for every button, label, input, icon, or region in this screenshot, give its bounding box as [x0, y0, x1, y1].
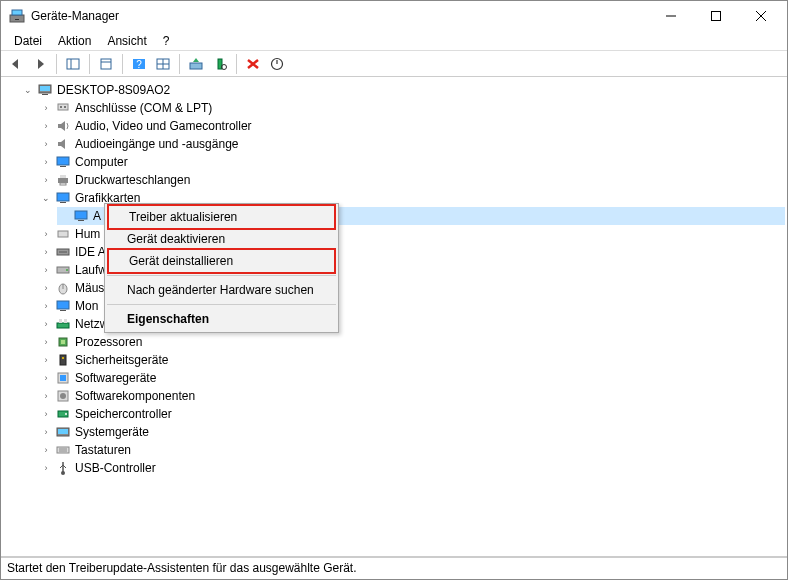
app-icon: [9, 8, 25, 24]
security-icon: [55, 352, 71, 368]
expand-icon[interactable]: ›: [39, 101, 53, 115]
toolbar-separator: [122, 54, 123, 74]
printer-icon: [55, 172, 71, 188]
expand-icon[interactable]: ›: [39, 461, 53, 475]
tree-item-label: Audio, Video und Gamecontroller: [75, 117, 252, 135]
svg-rect-29: [60, 166, 66, 167]
uninstall-button[interactable]: [242, 53, 264, 75]
tree-item-software-devices[interactable]: ›Softwaregeräte: [39, 369, 785, 387]
expand-icon[interactable]: ›: [39, 227, 53, 241]
display-adapter-icon: [55, 190, 71, 206]
svg-rect-61: [57, 447, 69, 453]
keyboard-icon: [55, 442, 71, 458]
tree-item-storage[interactable]: ›Speichercontroller: [39, 405, 785, 423]
tree-item-audio-video[interactable]: ›Audio, Video und Gamecontroller: [39, 117, 785, 135]
svg-point-41: [66, 269, 68, 271]
tree-item-security[interactable]: ›Sicherheitsgeräte: [39, 351, 785, 369]
expand-icon[interactable]: ›: [39, 371, 53, 385]
tree-item-processors[interactable]: ›Prozessoren: [39, 333, 785, 351]
expand-icon[interactable]: ›: [39, 443, 53, 457]
tree-item-audio-io[interactable]: ›Audioeingänge und -ausgänge: [39, 135, 785, 153]
tree-item-ports[interactable]: ›Anschlüsse (COM & LPT): [39, 99, 785, 117]
svg-rect-16: [190, 63, 202, 69]
menu-file[interactable]: Datei: [7, 32, 49, 50]
menu-action[interactable]: Aktion: [51, 32, 98, 50]
tree-item-label: Systemgeräte: [75, 423, 149, 441]
svg-rect-60: [58, 429, 68, 434]
expand-icon[interactable]: ›: [39, 353, 53, 367]
forward-button[interactable]: [29, 53, 51, 75]
svg-rect-47: [59, 319, 62, 323]
menu-view[interactable]: Ansicht: [100, 32, 153, 50]
close-button[interactable]: [738, 2, 783, 30]
expand-icon[interactable]: ›: [39, 407, 53, 421]
expand-icon[interactable]: ›: [39, 299, 53, 313]
window-title: Geräte-Manager: [31, 9, 648, 23]
ctx-disable-device[interactable]: Gerät deaktivieren: [107, 228, 336, 250]
update-driver-button[interactable]: [185, 53, 207, 75]
svg-rect-36: [78, 220, 84, 221]
collapse-icon[interactable]: ⌄: [39, 191, 53, 205]
svg-rect-25: [58, 104, 68, 110]
disable-button[interactable]: [266, 53, 288, 75]
device-manager-window: Geräte-Manager Datei Aktion Ansicht ? ?: [0, 0, 788, 580]
action-button[interactable]: [152, 53, 174, 75]
tree-item-software-components[interactable]: ›Softwarekomponenten: [39, 387, 785, 405]
help-button[interactable]: ?: [128, 53, 150, 75]
ctx-label: Treiber aktualisieren: [129, 210, 237, 224]
speaker-icon: [55, 118, 71, 134]
properties-button[interactable]: [95, 53, 117, 75]
tree-item-label: Sicherheitsgeräte: [75, 351, 168, 369]
expand-icon[interactable]: ›: [39, 335, 53, 349]
status-text: Startet den Treiberupdate-Assistenten fü…: [7, 561, 357, 575]
svg-rect-1: [12, 10, 22, 15]
show-hide-tree-button[interactable]: [62, 53, 84, 75]
system-icon: [55, 424, 71, 440]
ctx-separator: [107, 304, 336, 305]
expand-icon[interactable]: ›: [39, 245, 53, 259]
cpu-icon: [55, 334, 71, 350]
expand-icon[interactable]: ›: [39, 173, 53, 187]
svg-point-58: [65, 413, 67, 415]
expand-icon[interactable]: ›: [39, 263, 53, 277]
svg-point-52: [62, 357, 64, 359]
tree-item-computer[interactable]: ›Computer: [39, 153, 785, 171]
expand-icon[interactable]: ›: [39, 425, 53, 439]
svg-point-27: [64, 106, 66, 108]
storage-icon: [55, 406, 71, 422]
titlebar: Geräte-Manager: [1, 1, 787, 31]
ctx-update-driver[interactable]: Treiber aktualisieren: [107, 204, 336, 230]
ctx-scan-hardware[interactable]: Nach geänderter Hardware suchen: [107, 279, 336, 301]
expand-icon[interactable]: ›: [39, 317, 53, 331]
tree-item-print-queues[interactable]: ›Druckwarteschlangen: [39, 171, 785, 189]
expand-icon[interactable]: ›: [39, 119, 53, 133]
collapse-icon[interactable]: ⌄: [21, 83, 35, 97]
software-icon: [55, 370, 71, 386]
svg-rect-48: [64, 319, 67, 323]
tree-item-label: Computer: [75, 153, 128, 171]
ctx-label: Gerät deaktivieren: [127, 232, 225, 246]
tree-item-usb[interactable]: ›USB-Controller: [39, 459, 785, 477]
toolbar-separator: [236, 54, 237, 74]
ctx-properties[interactable]: Eigenschaften: [107, 308, 336, 330]
minimize-button[interactable]: [648, 2, 693, 30]
expand-icon[interactable]: ›: [39, 155, 53, 169]
maximize-button[interactable]: [693, 2, 738, 30]
tree-root[interactable]: ⌄ DESKTOP-8S09AO2: [21, 81, 785, 99]
tree-item-system[interactable]: ›Systemgeräte: [39, 423, 785, 441]
expand-icon[interactable]: ›: [39, 389, 53, 403]
tree-item-label: Softwaregeräte: [75, 369, 156, 387]
expand-icon[interactable]: ›: [39, 137, 53, 151]
back-button[interactable]: [5, 53, 27, 75]
scan-hardware-button[interactable]: [209, 53, 231, 75]
tree-item-label: IDE A: [75, 243, 106, 261]
svg-rect-37: [58, 231, 68, 237]
ctx-label: Gerät deinstallieren: [129, 254, 233, 268]
expand-icon[interactable]: ›: [39, 281, 53, 295]
monitor-icon: [55, 298, 71, 314]
menu-help[interactable]: ?: [156, 32, 177, 50]
ctx-uninstall-device[interactable]: Gerät deinstallieren: [107, 248, 336, 274]
svg-rect-7: [67, 59, 79, 69]
svg-rect-9: [101, 59, 111, 69]
tree-item-keyboards[interactable]: ›Tastaturen: [39, 441, 785, 459]
